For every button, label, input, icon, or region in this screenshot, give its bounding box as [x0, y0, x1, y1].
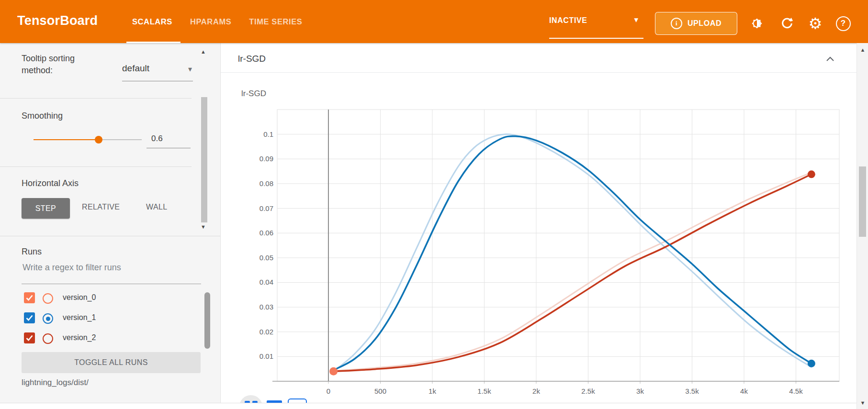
y-tick-label: 0.05 — [259, 254, 273, 262]
run-checkbox[interactable] — [24, 332, 35, 343]
active-tab-indicator — [126, 42, 180, 43]
section-divider — [0, 166, 192, 167]
log-directory-path: lightning_logs/dist/ — [22, 378, 89, 387]
scroll-down-icon[interactable]: ▼ — [857, 400, 868, 406]
x-tick-label: 4k — [740, 387, 748, 395]
brightness-icon-glyph — [750, 16, 764, 31]
info-icon: i — [671, 18, 682, 29]
section-divider — [0, 236, 220, 236]
tab-bar: SCALARS HPARAMS TIME SERIES — [132, 0, 302, 43]
series-version_1-raw- — [334, 134, 812, 372]
tensorboard-app: TensorBoard SCALARS HPARAMS TIME SERIES … — [0, 0, 868, 409]
series-version_1-smoothed- — [334, 136, 812, 370]
status-underline — [549, 38, 643, 39]
y-tick-label: 0.07 — [259, 204, 273, 212]
gear-glyph: ⚙ — [809, 16, 823, 31]
chart-group-title: lr-SGD — [238, 54, 266, 64]
y-tick-label: 0.03 — [259, 303, 273, 311]
run-radio[interactable] — [43, 333, 53, 344]
tab-time-series[interactable]: TIME SERIES — [249, 17, 302, 26]
x-tick-label: 3.5k — [685, 387, 699, 395]
section-divider — [0, 98, 192, 99]
chevron-down-icon: ▾ — [634, 15, 638, 25]
sidebar-scroll-up-icon[interactable]: ▲ — [201, 49, 206, 55]
tab-hparams[interactable]: HPARAMS — [190, 17, 231, 26]
collapse-chevron-up-icon[interactable] — [826, 55, 834, 64]
check-icon — [26, 315, 33, 321]
tab-scalars[interactable]: SCALARS — [132, 17, 172, 26]
x-tick-label: 0 — [327, 387, 330, 395]
tooltip-sorting-dropdown[interactable]: default ▾ — [122, 63, 193, 74]
data-status-label: INACTIVE — [549, 16, 587, 25]
run-radio[interactable] — [43, 313, 53, 324]
y-tick-label: 0.02 — [259, 328, 273, 336]
smoothing-slider-thumb[interactable] — [95, 136, 102, 144]
run-name: version_1 — [63, 313, 96, 322]
x-tick-label: 1.5k — [477, 387, 491, 395]
y-tick-label: 0.06 — [259, 229, 273, 237]
run-checkbox[interactable] — [24, 312, 35, 323]
page-scrollbar[interactable]: ▲ ▼ — [857, 43, 868, 409]
y-tick-label: 0.01 — [259, 352, 273, 360]
run-name: version_2 — [63, 333, 96, 342]
page-scrollbar-thumb[interactable] — [859, 166, 866, 237]
x-tick-label: 1k — [428, 387, 436, 395]
upload-button-label: UPLOAD — [688, 19, 721, 28]
app-header: TensorBoard SCALARS HPARAMS TIME SERIES … — [0, 0, 868, 43]
y-tick-label: 0.08 — [259, 179, 273, 188]
y-tick-label: 0.09 — [259, 155, 273, 163]
dropdown-underline — [122, 81, 193, 81]
settings-gear-icon[interactable]: ⚙ — [806, 14, 825, 33]
y-tick-label: 0.1 — [263, 130, 273, 138]
help-glyph: ? — [836, 16, 851, 31]
smoothing-slider-fill — [34, 139, 99, 140]
brightness-icon[interactable] — [747, 14, 767, 33]
series-marker-version_2-smoothed- — [808, 170, 815, 178]
run-name: version_0 — [63, 293, 96, 302]
main-content: lr-SGD lr-SGD 0.010.020.030.040.050.060.… — [220, 43, 857, 403]
upload-button[interactable]: i UPLOAD — [655, 12, 737, 35]
run-row-version_1[interactable]: version_1 — [22, 308, 199, 328]
sidebar-scrollbar-thumb[interactable] — [201, 97, 207, 222]
run-checkbox[interactable] — [24, 292, 35, 303]
smoothing-value[interactable]: 0.6 — [151, 134, 163, 144]
scroll-up-icon[interactable]: ▲ — [857, 47, 868, 53]
x-tick-label: 2.5k — [581, 387, 595, 395]
horizontal-axis-label: Horizontal Axis — [22, 178, 79, 188]
x-tick-label: 3k — [636, 387, 644, 395]
smoothing-label: Smoothing — [22, 111, 63, 121]
chart-group-header[interactable]: lr-SGD — [221, 43, 857, 73]
y-tick-label: 0.04 — [259, 278, 273, 286]
x-tick-label: 500 — [374, 387, 386, 395]
sidebar-scroll-down-icon[interactable]: ▼ — [201, 224, 206, 230]
toggle-all-runs-button[interactable]: TOGGLE ALL RUNS — [22, 352, 201, 373]
refresh-icon[interactable] — [778, 14, 797, 33]
data-status-dropdown[interactable]: INACTIVE ▾ — [549, 0, 645, 41]
run-filter-underline — [22, 284, 201, 284]
runs-scrollbar-thumb[interactable] — [204, 292, 210, 349]
tooltip-sorting-value: default — [122, 63, 149, 73]
check-icon — [26, 335, 33, 341]
run-row-version_0[interactable]: version_0 — [22, 288, 199, 308]
refresh-icon-glyph — [780, 17, 794, 30]
runs-label: Runs — [22, 247, 42, 257]
run-radio[interactable] — [43, 293, 53, 304]
smoothing-value-underline — [147, 148, 191, 148]
run-row-version_2[interactable]: version_2 — [22, 328, 199, 348]
run-filter-input[interactable] — [22, 262, 201, 273]
axis-relative-button[interactable]: RELATIVE — [82, 203, 120, 211]
check-icon — [26, 295, 33, 301]
series-marker-version_1-smoothed- — [808, 360, 815, 367]
settings-sidebar: Tooltip sorting method: default ▾ Smooth… — [0, 43, 220, 403]
axis-step-button[interactable]: STEP — [22, 198, 70, 219]
chevron-down-icon: ▾ — [188, 65, 192, 74]
scalar-chart-svg[interactable]: 0.010.020.030.040.050.060.070.080.090.10… — [221, 72, 857, 403]
help-icon[interactable]: ? — [834, 14, 853, 33]
bottom-strip — [0, 403, 868, 409]
axis-wall-button[interactable]: WALL — [146, 203, 168, 211]
app-logo[interactable]: TensorBoard — [17, 13, 98, 28]
radio-dot — [46, 317, 50, 321]
x-tick-label: 4.5k — [789, 387, 803, 395]
series-marker-version_0 — [329, 367, 338, 376]
tooltip-sorting-label: Tooltip sorting method: — [22, 53, 103, 77]
